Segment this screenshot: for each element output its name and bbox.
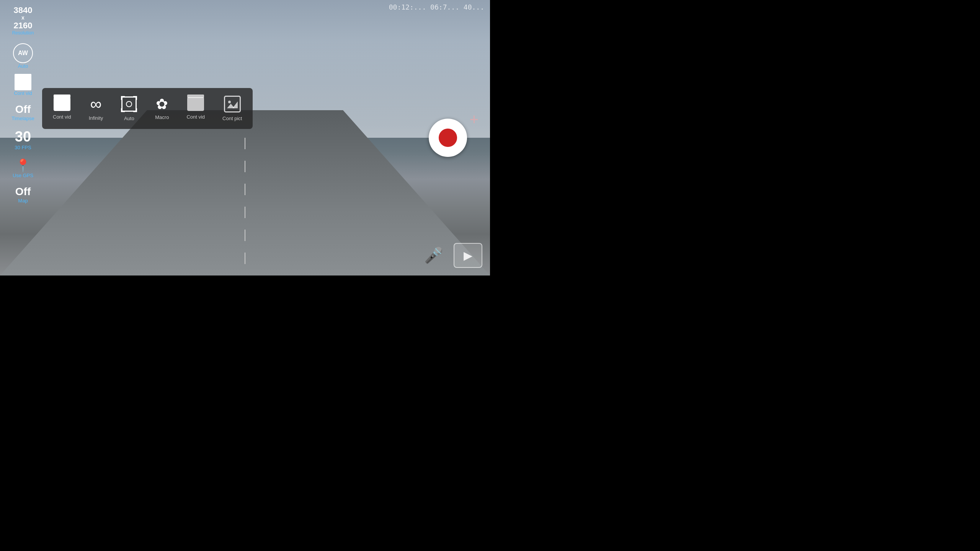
map-value: Off	[15, 186, 31, 198]
gallery-button[interactable]: ▶	[454, 243, 482, 268]
mode-label-cont-pict: Cont pict	[222, 116, 242, 121]
timelapse-value: Off	[15, 104, 31, 116]
mic-icon: 🎤	[424, 246, 443, 264]
cont-vid-label: Cont vid	[14, 90, 32, 96]
mode-icon-infinity: ∞	[90, 96, 102, 112]
bottom-right-controls: 🎤 ▶	[421, 243, 482, 268]
plus-icon-area[interactable]: +	[470, 111, 479, 128]
resolution-width: 3840	[14, 6, 33, 15]
cont-vid-control[interactable]: Cont vid	[2, 75, 44, 98]
mode-icon-cont-vid-2	[187, 97, 204, 111]
resolution-label: Resolution	[12, 30, 34, 36]
top-right-info: 00:12:... 06:7... 40...	[389, 3, 484, 11]
left-sidebar: 3840 x 2160 Resolution AW Auto Cont vid …	[0, 0, 46, 276]
camera-view	[0, 0, 490, 276]
timelapse-control[interactable]: Off Timelapse	[2, 102, 44, 123]
gps-icon: 📍	[15, 158, 31, 173]
road-markings	[245, 138, 245, 276]
cont-vid-icon	[15, 77, 31, 90]
mode-label-macro: Macro	[155, 114, 169, 120]
mode-label-cont-vid-2: Cont vid	[186, 114, 205, 120]
mode-label-infinity: Infinity	[89, 115, 103, 121]
mode-item-cont-vid[interactable]: Cont vid	[50, 95, 74, 122]
mode-label-cont-vid: Cont vid	[53, 114, 71, 120]
mode-label-auto: Auto	[124, 116, 134, 121]
mode-item-auto[interactable]: Auto	[118, 94, 140, 123]
white-balance-control[interactable]: AW Auto	[2, 41, 44, 71]
fps-value: 30	[15, 129, 31, 145]
mode-item-cont-vid-2[interactable]: Cont vid	[183, 95, 208, 122]
resolution-x: x	[21, 15, 24, 21]
gps-control[interactable]: 📍 Use GPS	[2, 156, 44, 180]
mode-icon-auto	[121, 96, 137, 112]
record-dot	[439, 129, 457, 147]
record-button[interactable]	[429, 119, 467, 157]
mode-item-cont-pict[interactable]: Cont pict	[219, 94, 245, 123]
mode-item-infinity[interactable]: ∞ Infinity	[86, 94, 106, 123]
map-control[interactable]: Off Map	[2, 184, 44, 205]
mode-icon-cont-vid	[54, 97, 70, 111]
white-balance-label: Auto	[18, 63, 28, 69]
resolution-control[interactable]: 3840 x 2160 Resolution	[2, 4, 44, 37]
mic-button[interactable]: 🎤	[421, 243, 446, 268]
fps-label: 30 FPS	[15, 145, 31, 150]
aw-icon: AW	[13, 43, 33, 63]
plus-icon: +	[470, 111, 479, 128]
mode-icon-macro: ✿	[156, 97, 168, 111]
resolution-height: 2160	[14, 21, 33, 30]
timestamp: 00:12:... 06:7... 40...	[389, 3, 484, 11]
fps-control[interactable]: 30 30 FPS	[2, 127, 44, 153]
timelapse-label: Timelapse	[11, 116, 34, 121]
aw-text: AW	[18, 50, 28, 56]
gallery-icon: ▶	[464, 249, 472, 262]
mode-item-macro[interactable]: ✿ Macro	[152, 95, 172, 122]
mode-icon-cont-pict	[224, 96, 241, 112]
map-label: Map	[18, 198, 28, 204]
mode-popup: Cont vid ∞ Infinity Auto ✿ Macro Cont vi…	[42, 88, 253, 129]
gps-label: Use GPS	[13, 173, 33, 178]
